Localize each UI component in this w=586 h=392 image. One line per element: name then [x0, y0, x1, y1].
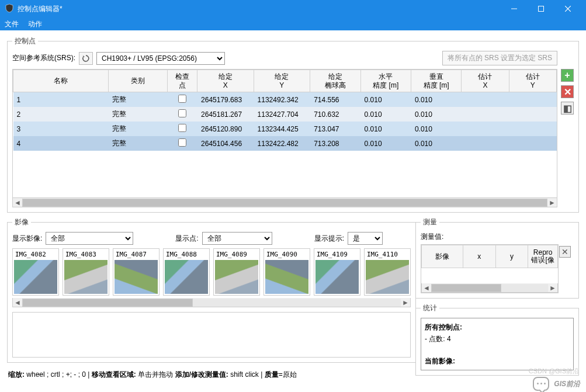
stats-group: 统计 所有控制点: - 点数: 4 当前影像: [415, 303, 579, 376]
show-point-label: 显示点: [175, 234, 198, 244]
menu-action[interactable]: 动作 [28, 19, 42, 29]
measurement-legend: 测量 [421, 217, 439, 227]
srs-refresh-button[interactable] [79, 52, 93, 65]
col-name[interactable]: 名称 [13, 70, 109, 92]
thumbnail-image [315, 260, 359, 294]
check-point-checkbox[interactable] [178, 109, 186, 117]
misc-point-button[interactable]: ◧ [561, 102, 574, 115]
image-thumbnail[interactable]: IMG_4088 [163, 248, 210, 296]
col-gz[interactable]: 给定 椭球高 [310, 70, 360, 92]
thumbnail-label: IMG_4110 [366, 250, 409, 259]
thumbnail-label: IMG_4082 [14, 250, 57, 259]
col-vacc[interactable]: 垂直 精度 [m] [411, 70, 461, 92]
image-preview[interactable] [12, 312, 411, 358]
thumbnail-label: IMG_4090 [265, 250, 308, 259]
col-hacc[interactable]: 水平 精度 [m] [360, 70, 411, 92]
scroll-left-icon[interactable]: ◄ [13, 199, 22, 207]
measurement-table: 影像 x y Repro 错误[像 ◄ ► [421, 244, 559, 293]
table-hscrollbar[interactable]: ◄ ► [12, 198, 557, 207]
show-hint-label: 显示提示: [314, 234, 344, 244]
images-group: 影像 显示影像: 全部 显示点: 全部 显示提示: 是 IMG_4082IMG_… [7, 217, 416, 363]
check-point-checkbox[interactable] [178, 124, 186, 132]
meas-scroll-right-icon[interactable]: ► [548, 284, 557, 292]
measurement-value-label: 测量值: [421, 232, 559, 242]
close-button[interactable] [554, 0, 581, 18]
show-point-select[interactable]: 全部 [202, 232, 272, 245]
minimize-button[interactable] [501, 0, 528, 18]
table-row[interactable]: 4完整2645104.4561132422.482713.2080.0100.0… [13, 136, 557, 151]
thumbnail-image [64, 260, 108, 294]
check-point-checkbox[interactable] [178, 95, 186, 103]
col-gy[interactable]: 给定 Y [254, 70, 310, 92]
table-row[interactable]: 2完整2645181.2671132427.704710.6320.0100.0… [13, 107, 557, 122]
add-point-button[interactable]: + [561, 69, 574, 82]
window-title: 控制点编辑器* [18, 4, 63, 14]
svg-rect-1 [539, 6, 544, 12]
delete-point-button[interactable]: ✕ [561, 85, 574, 98]
meas-hscrollbar[interactable]: ◄ ► [421, 283, 558, 293]
meas-col-img[interactable]: 影像 [422, 245, 463, 268]
col-gx[interactable]: 给定 X [197, 70, 254, 92]
meas-col-y[interactable]: y [495, 245, 528, 268]
meas-col-x[interactable]: x [463, 245, 495, 268]
images-legend: 影像 [12, 217, 31, 227]
check-point-checkbox[interactable] [178, 138, 186, 147]
show-hint-select[interactable]: 是 [348, 232, 383, 245]
col-type[interactable]: 类别 [108, 70, 168, 92]
col-ey[interactable]: 估计 Y [509, 70, 556, 92]
thumbnail-image [366, 260, 409, 294]
srs-label: 空间参考系统(SRS): [12, 53, 75, 63]
meas-scroll-left-icon[interactable]: ◄ [422, 284, 431, 292]
thumbs-scroll-left-icon[interactable]: ◄ [13, 299, 22, 307]
hints-bar: 缩放: wheel ; crtl ; +; - ; 0 | 移动查看区域: 单击… [7, 367, 410, 382]
apply-srs-button[interactable]: 将所有点的 SRS 设置为选定 SRS [442, 51, 557, 65]
scroll-right-icon[interactable]: ► [547, 199, 557, 207]
thumbnail-image [115, 260, 158, 294]
image-thumbnail[interactable]: IMG_4087 [113, 248, 159, 296]
show-image-label: 显示影像: [12, 234, 42, 244]
meas-col-repro[interactable]: Repro 错误[像 [528, 245, 558, 268]
thumbnail-label: IMG_4109 [315, 250, 359, 259]
thumbnail-label: IMG_4087 [115, 250, 158, 259]
col-check[interactable]: 检查 点 [168, 70, 197, 92]
app-icon [5, 4, 14, 15]
thumbnail-image [165, 260, 208, 294]
maximize-button[interactable] [528, 0, 554, 18]
control-points-legend: 控制点 [12, 36, 38, 46]
table-row[interactable]: 3完整2645120.8901132344.425713.0470.0100.0… [13, 122, 557, 136]
thumbnail-label: IMG_4088 [165, 250, 208, 259]
menu-file[interactable]: 文件 [5, 19, 19, 29]
image-thumbnail[interactable]: IMG_4082 [12, 248, 59, 296]
measurement-group: 测量 测量值: 影像 x y Repro 错误[像 ◄ [415, 217, 579, 299]
thumbnail-image [265, 260, 308, 294]
control-points-table: 名称 类别 检查 点 给定 X 给定 Y 给定 椭球高 水平 精度 [m] 垂直… [12, 69, 557, 198]
thumbnail-image [215, 260, 258, 294]
thumbnail-label: IMG_4083 [64, 250, 108, 259]
srs-select[interactable]: CH1903+ / LV95 (EPSG:2056) [96, 52, 225, 65]
thumbnail-label: IMG_4089 [215, 250, 258, 259]
image-thumbnail[interactable]: IMG_4110 [364, 248, 411, 296]
image-thumbnail[interactable]: IMG_4090 [263, 248, 310, 296]
image-thumbnail[interactable]: IMG_4089 [213, 248, 260, 296]
col-ex[interactable]: 估计 X [462, 70, 509, 92]
delete-measurement-button[interactable]: ✕ [559, 246, 571, 258]
thumbnail-image [14, 260, 57, 294]
stats-text: 所有控制点: - 点数: 4 当前影像: [421, 318, 574, 370]
menu-bar: 文件 动作 [0, 18, 586, 30]
window-titlebar: 控制点编辑器* [0, 0, 586, 18]
table-row[interactable]: 1完整2645179.6831132492.342714.5560.0100.0… [13, 92, 557, 107]
image-thumbnail[interactable]: IMG_4109 [314, 248, 360, 296]
thumbs-hscrollbar[interactable]: ◄ ► [12, 298, 411, 307]
image-thumbnail[interactable]: IMG_4083 [63, 248, 109, 296]
stats-legend: 统计 [421, 303, 439, 313]
thumbs-scroll-right-icon[interactable]: ► [401, 299, 410, 307]
control-points-group: 控制点 空间参考系统(SRS): CH1903+ / LV95 (EPSG:20… [7, 36, 579, 213]
show-image-select[interactable]: 全部 [46, 232, 133, 245]
